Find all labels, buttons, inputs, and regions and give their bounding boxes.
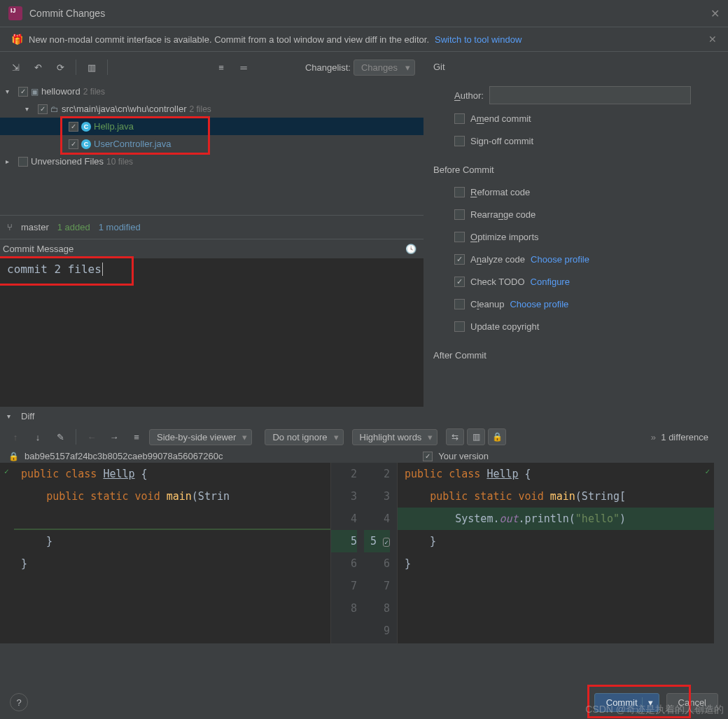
optimize-label: Optimize imports	[470, 232, 539, 242]
checkbox[interactable]	[38, 104, 48, 114]
refresh-icon[interactable]: ⟳	[50, 57, 70, 77]
checkbox[interactable]	[18, 87, 28, 97]
analyze-profile-link[interactable]: Choose profile	[531, 254, 589, 265]
viewer-mode-dropdown[interactable]: Side-by-side viewer	[149, 429, 252, 445]
changelist-label: Changelist:	[305, 62, 351, 73]
package-path: src\main\java\cn\whu\controller	[62, 104, 186, 114]
before-commit-heading: Before Commit	[432, 152, 720, 181]
close-icon[interactable]: ✕	[710, 7, 720, 20]
analyze-label: Analyze code	[470, 254, 525, 265]
next-file-icon[interactable]: →	[104, 427, 124, 447]
banner-text: New non-modal commit interface is availa…	[29, 34, 429, 45]
folder-icon: 🗀	[50, 104, 59, 114]
gift-icon: 🎁	[11, 34, 23, 45]
analyze-checkbox[interactable]	[454, 254, 465, 265]
checkbox[interactable]	[69, 122, 78, 132]
prev-file-icon[interactable]: ←	[82, 427, 102, 447]
file-name-modified: UserController.java	[94, 139, 172, 149]
commit-message-label: Commit Message	[3, 244, 74, 254]
optimize-checkbox[interactable]	[454, 232, 465, 242]
window-title: Commit Changes	[29, 8, 105, 19]
title-bar: Commit Changes ✕	[0, 0, 728, 27]
unversioned-label: Unversioned Files	[31, 156, 104, 167]
list-icon[interactable]: ≡	[127, 427, 146, 447]
added-count: 1 added	[57, 222, 90, 232]
banner-close-icon[interactable]: ✕	[708, 34, 717, 45]
tree-root-label: helloword	[41, 86, 80, 97]
show-diff-icon[interactable]: ⇲	[6, 57, 25, 77]
gutter-mark-icon: ✓	[705, 467, 710, 476]
tree-root[interactable]: ▾ ▣ helloword 2 files	[0, 83, 424, 100]
gutter: 234 567 8 234 5 ✓67 89	[330, 463, 398, 643]
checkbox[interactable]	[18, 157, 28, 167]
ignore-dropdown[interactable]: Do not ignore	[265, 429, 343, 445]
app-logo	[8, 6, 22, 20]
signoff-label: Sign-off commit	[470, 136, 533, 146]
chevron-down-icon[interactable]: ▾	[25, 105, 35, 113]
todo-checkbox[interactable]	[454, 277, 465, 287]
cleanup-checkbox[interactable]	[454, 299, 465, 309]
signoff-checkbox[interactable]	[454, 136, 465, 146]
git-heading: Git	[432, 57, 720, 83]
lock-small-icon: 🔒	[8, 452, 19, 461]
group-by-icon[interactable]: ▥	[82, 57, 102, 77]
switch-tool-window-link[interactable]: Switch to tool window	[435, 34, 522, 45]
prev-diff-icon[interactable]: ↑	[6, 427, 25, 447]
author-input[interactable]	[489, 86, 691, 104]
chevron-down-icon[interactable]: ▾	[6, 88, 15, 95]
cleanup-label: Cleanup	[470, 299, 504, 309]
branch-name: master	[21, 222, 49, 232]
info-banner: 🎁 New non-modal commit interface is avai…	[0, 27, 728, 52]
file-count: 2 files	[189, 104, 211, 114]
right-code-pane[interactable]: public class Hellp { public static void …	[398, 463, 714, 643]
commit-message-input[interactable]: commit 2 files	[0, 258, 424, 407]
author-label: Author:	[454, 90, 484, 101]
file-name-added: Hellp.java	[94, 121, 134, 132]
highlight-dropdown[interactable]: Highlight words	[352, 429, 438, 445]
copyright-label: Update copyright	[470, 321, 539, 332]
help-icon[interactable]: ?	[10, 693, 28, 711]
file-count: 2 files	[83, 87, 105, 97]
module-icon: ▣	[31, 87, 38, 97]
branch-status: ⑂ master 1 added 1 modified	[0, 216, 424, 239]
diff-heading: Diff	[21, 411, 34, 421]
changes-toolbar: ⇲ ↶ ⟳ ▥ ≡ ═ Changelist: Changes	[0, 52, 424, 83]
rearrange-checkbox[interactable]	[454, 209, 465, 220]
modified-count: 1 modified	[99, 222, 141, 232]
changes-tree[interactable]: ▾ ▣ helloword 2 files ▾ 🗀 src\main\java\…	[0, 83, 424, 216]
cleanup-profile-link[interactable]: Choose profile	[510, 299, 568, 309]
history-icon[interactable]: 🕓	[405, 244, 416, 254]
left-revision-hash: bab9e5157af24bc3b8052caeb99078a56067260c	[24, 451, 223, 461]
commit-message-text: commit 2 files	[7, 263, 103, 276]
chevron-down-icon[interactable]: ▾	[7, 412, 17, 420]
todo-configure-link[interactable]: Configure	[531, 277, 570, 287]
tree-file[interactable]: C Hellp.java	[0, 118, 424, 135]
branch-icon: ⑂	[7, 222, 13, 232]
commit-message-header: Commit Message 🕓	[0, 239, 424, 258]
after-commit-heading: After Commit	[432, 337, 720, 366]
next-diff-icon[interactable]: ↓	[28, 427, 48, 447]
chevron-right-icon[interactable]: ▸	[6, 158, 15, 165]
tree-file[interactable]: C UserController.java	[0, 135, 424, 153]
java-class-icon: C	[81, 122, 91, 132]
expand-all-icon[interactable]: ≡	[211, 57, 231, 77]
revert-icon[interactable]: ↶	[28, 57, 48, 77]
file-count: 10 files	[106, 157, 133, 167]
reformat-label: Reformat code	[470, 187, 530, 197]
rearrange-label: Rearrange code	[470, 209, 536, 220]
todo-label: Check TODO	[470, 277, 525, 287]
copyright-checkbox[interactable]	[454, 321, 465, 332]
watermark: CSDN @奇迹是执着的人创造的	[585, 704, 724, 716]
java-class-icon: C	[81, 139, 91, 149]
diff-viewer: ✓ public class Hellp { public static voi…	[0, 463, 714, 643]
collapse-all-icon[interactable]: ═	[234, 57, 253, 77]
edit-icon[interactable]: ✎	[50, 427, 70, 447]
reformat-checkbox[interactable]	[454, 187, 465, 197]
changelist-dropdown[interactable]: Changes	[354, 60, 415, 76]
amend-checkbox[interactable]	[454, 113, 465, 124]
tree-unversioned[interactable]: ▸ Unversioned Files 10 files	[0, 153, 424, 170]
tree-package[interactable]: ▾ 🗀 src\main\java\cn\whu\controller 2 fi…	[0, 100, 424, 118]
left-code-pane[interactable]: public class Hellp { public static void …	[0, 463, 330, 643]
checkbox[interactable]	[69, 139, 78, 149]
amend-label: Amend commit	[470, 113, 531, 124]
